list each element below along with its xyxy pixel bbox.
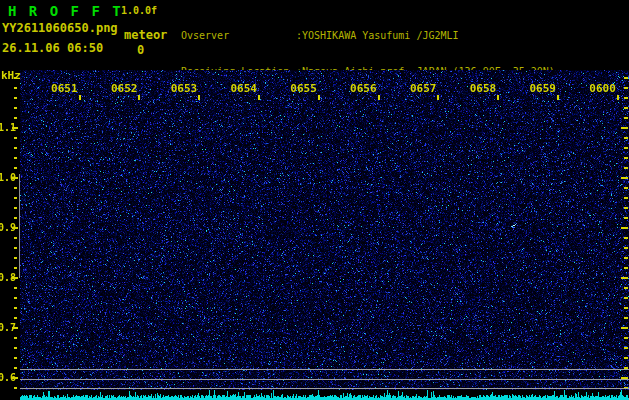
freq-minor-tick-right — [624, 147, 628, 149]
freq-minor-tick — [14, 137, 17, 139]
carrier-line — [20, 369, 629, 370]
freq-minor-tick-right — [624, 187, 628, 189]
time-tick — [318, 95, 320, 100]
time-tick-label: 0654 — [226, 82, 257, 95]
time-tick — [497, 95, 499, 100]
freq-minor-tick — [14, 257, 17, 259]
freq-minor-tick — [14, 197, 17, 199]
time-tick-label: 0655 — [286, 82, 317, 95]
time-tick — [258, 95, 260, 100]
freq-minor-tick — [14, 157, 17, 159]
freq-major-tick — [12, 277, 18, 279]
freq-minor-tick — [14, 107, 17, 109]
freq-minor-tick — [14, 297, 17, 299]
mode-label: meteor — [124, 28, 167, 42]
time-tick — [557, 95, 559, 100]
app-title: H R O F F T — [8, 3, 123, 19]
freq-minor-tick-right — [624, 157, 628, 159]
carrier-line — [20, 388, 629, 389]
time-tick — [437, 95, 439, 100]
freq-minor-tick-right — [624, 207, 628, 209]
time-tick-label: 0659 — [525, 82, 556, 95]
freq-minor-tick-right — [624, 87, 628, 89]
freq-minor-tick-right — [624, 77, 628, 79]
freq-minor-tick — [14, 77, 17, 79]
freq-major-tick-right — [621, 127, 628, 129]
freq-minor-tick-right — [624, 347, 628, 349]
freq-minor-tick — [14, 287, 17, 289]
freq-minor-tick — [14, 147, 17, 149]
freq-minor-tick — [14, 247, 17, 249]
freq-minor-tick-right — [624, 107, 628, 109]
freq-minor-tick — [14, 347, 17, 349]
time-tick-label: 0657 — [405, 82, 436, 95]
freq-minor-tick-right — [624, 197, 628, 199]
hrofft-screen: H R O F F T 1.0.0f YY2611060650.png mete… — [0, 0, 629, 400]
time-tick — [138, 95, 140, 100]
info-label: Ovserver — [181, 30, 296, 42]
freq-minor-tick-right — [624, 267, 628, 269]
time-tick — [79, 95, 81, 100]
meteor-count: 0 — [137, 43, 144, 57]
freq-minor-tick-right — [624, 247, 628, 249]
freq-minor-tick — [14, 367, 17, 369]
freq-minor-tick-right — [624, 137, 628, 139]
freq-minor-tick — [14, 97, 17, 99]
version-label: 1.0.0f — [121, 5, 157, 16]
freq-minor-tick — [14, 307, 17, 309]
time-tick-label: 0651 — [47, 82, 78, 95]
freq-major-tick-right — [621, 327, 628, 329]
freq-minor-tick — [14, 387, 17, 389]
freq-major-tick — [12, 377, 18, 379]
freq-major-tick — [12, 177, 18, 179]
freq-minor-tick — [14, 187, 17, 189]
freq-minor-tick-right — [624, 237, 628, 239]
carrier-line — [20, 379, 629, 380]
freq-minor-tick-right — [624, 357, 628, 359]
freq-major-tick-right — [621, 227, 628, 229]
time-tick — [617, 95, 619, 100]
noise-meter-canvas — [20, 390, 629, 400]
freq-minor-tick — [14, 167, 17, 169]
freq-minor-tick-right — [624, 257, 628, 259]
freq-major-tick — [12, 327, 18, 329]
freq-minor-tick — [14, 87, 17, 89]
freq-major-tick — [12, 227, 18, 229]
freq-major-tick-right — [621, 177, 628, 179]
freq-minor-tick — [14, 267, 17, 269]
freq-minor-tick — [14, 357, 17, 359]
freq-minor-tick-right — [624, 117, 628, 119]
freq-minor-tick-right — [624, 317, 628, 319]
filename-label: YY2611060650.png — [2, 21, 118, 35]
freq-major-tick-right — [621, 277, 628, 279]
time-tick-label: 0656 — [346, 82, 377, 95]
freq-minor-tick-right — [624, 287, 628, 289]
time-tick-label: 0600 — [585, 82, 616, 95]
scale-marker-line — [19, 174, 20, 278]
freq-minor-tick-right — [624, 217, 628, 219]
freq-minor-tick — [14, 217, 17, 219]
freq-minor-tick — [14, 317, 17, 319]
time-tick-label: 0652 — [106, 82, 137, 95]
time-tick-label: 0658 — [465, 82, 496, 95]
freq-axis-unit: kHz — [1, 69, 21, 82]
spectrogram-canvas — [20, 70, 629, 390]
freq-minor-tick-right — [624, 97, 628, 99]
freq-minor-tick — [14, 207, 17, 209]
freq-minor-tick-right — [624, 307, 628, 309]
info-value: :YOSHIKAWA Yasufumi /JG2MLI — [296, 30, 459, 41]
time-tick — [198, 95, 200, 100]
freq-minor-tick — [14, 117, 17, 119]
info-row-observer: Ovserver:YOSHIKAWA Yasufumi /JG2MLI — [181, 30, 555, 42]
freq-minor-tick-right — [624, 337, 628, 339]
freq-minor-tick — [14, 237, 17, 239]
timestamp-label: 26.11.06 06:50 — [2, 41, 103, 55]
freq-minor-tick — [14, 337, 17, 339]
time-tick — [378, 95, 380, 100]
freq-minor-tick-right — [624, 167, 628, 169]
time-tick-label: 0653 — [166, 82, 197, 95]
freq-major-tick — [12, 127, 18, 129]
freq-minor-tick-right — [624, 297, 628, 299]
